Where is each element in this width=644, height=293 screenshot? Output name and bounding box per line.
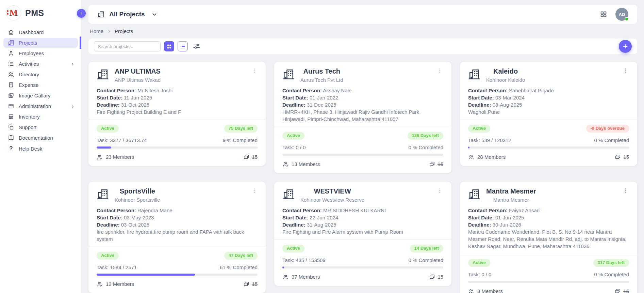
project-details: Contact Person: Faiyaz Ansari Start Date… bbox=[468, 207, 629, 250]
sidebar-item-help-desk[interactable]: ?Help Desk bbox=[3, 143, 78, 154]
chat-button[interactable]: 15 bbox=[614, 288, 629, 293]
chat-count: 15 bbox=[437, 161, 443, 167]
online-status-dot bbox=[625, 17, 629, 21]
project-card[interactable]: ANP ULTIMAS ANP Ultimas Wakad Contact Pe… bbox=[88, 62, 266, 166]
contact-value: Akshay Nale bbox=[323, 88, 351, 93]
members: 12 Members bbox=[97, 281, 134, 287]
contact-label: Contact Person: bbox=[468, 207, 508, 213]
sidebar-item-label: Support bbox=[19, 124, 37, 130]
days-left-badge: 136 Days left bbox=[408, 132, 444, 140]
avatar[interactable]: AD bbox=[615, 8, 628, 21]
sidebar-item-documentation[interactable]: Documentation bbox=[3, 133, 78, 143]
card-menu-button[interactable] bbox=[251, 187, 258, 194]
contact-value: Mr Nitesh Joshi bbox=[137, 88, 172, 93]
chat-button[interactable]: 15 bbox=[429, 274, 443, 280]
project-selector[interactable]: All Projects bbox=[97, 11, 158, 18]
task-count: Task: 435 / 153509 bbox=[282, 257, 326, 263]
project-card[interactable]: Kaleido Kohinoor Kaleido Contact Person:… bbox=[460, 62, 637, 166]
project-title: Mantra Mesmer bbox=[486, 187, 536, 195]
project-card[interactable]: Aurus Tech Aurus Tech Pvt Ltd Contact Pe… bbox=[274, 62, 451, 173]
status-badge: Active bbox=[97, 252, 119, 260]
card-menu-button[interactable] bbox=[622, 67, 629, 74]
home-icon bbox=[8, 29, 14, 35]
sidebar-item-label: Image Gallary bbox=[19, 93, 50, 98]
search-input[interactable] bbox=[94, 41, 161, 51]
card-titles: WESTVIEW Kohinoor Westview Reserve bbox=[300, 187, 364, 203]
list-view-icon bbox=[180, 44, 186, 49]
chat-button[interactable]: 15 bbox=[429, 161, 443, 168]
task-count: Task: 1584 / 2571 bbox=[97, 264, 137, 270]
project-title: SportsVille bbox=[120, 187, 155, 195]
sidebar-item-projects[interactable]: Projects bbox=[3, 38, 78, 48]
chat-icon bbox=[429, 161, 435, 168]
apps-grid-icon[interactable] bbox=[600, 11, 607, 18]
start-date-row: Start Date: 01-Jan-2022 bbox=[282, 94, 443, 101]
project-card[interactable]: WESTVIEW Kohinoor Westview Reserve Conta… bbox=[274, 182, 451, 286]
sidebar-item-image-gallary[interactable]: Image Gallary bbox=[3, 91, 78, 101]
sidebar-item-expense[interactable]: Expense bbox=[3, 80, 78, 90]
chat-button[interactable]: 15 bbox=[614, 154, 629, 160]
breadcrumb-home[interactable]: Home bbox=[90, 28, 103, 34]
task-count: Task: 0 / 0 bbox=[468, 272, 491, 277]
project-title: WESTVIEW bbox=[314, 187, 351, 195]
start-date-label: Start Date: bbox=[282, 215, 308, 220]
card-menu-button[interactable] bbox=[622, 187, 629, 194]
progress-bar bbox=[97, 146, 258, 149]
project-card[interactable]: Mantra Mesmer Mantra Mesmer Contact Pers… bbox=[460, 182, 637, 293]
status-badge: Active bbox=[468, 259, 490, 267]
grid-view-button[interactable] bbox=[164, 41, 174, 51]
app-title: PMS bbox=[25, 8, 44, 18]
card-titles: ANP ULTIMAS ANP Ultimas Wakad bbox=[115, 67, 161, 83]
contact-row: Contact Person: Mr Nitesh Joshi bbox=[97, 87, 258, 94]
sidebar-item-administration[interactable]: Administration› bbox=[3, 101, 78, 111]
chat-button[interactable]: 15 bbox=[243, 281, 258, 288]
project-card[interactable]: SportsVille Kohinoor Sportsville Contact… bbox=[88, 182, 266, 293]
contact-row: Contact Person: Rajendra Mane bbox=[97, 207, 258, 214]
members-count: 37 Members bbox=[292, 274, 320, 280]
start-date-value: 01-Jan-2022 bbox=[310, 95, 338, 101]
sidebar-item-activities[interactable]: Activities› bbox=[3, 59, 78, 69]
contact-label: Contact Person: bbox=[282, 207, 322, 213]
project-details: Contact Person: Akshay Nale Start Date: … bbox=[282, 87, 443, 123]
card-footer: 12 Members 15 bbox=[97, 281, 258, 288]
contact-row: Contact Person: Akshay Nale bbox=[282, 87, 443, 94]
card-menu-button[interactable] bbox=[251, 67, 258, 74]
project-details: Contact Person: Rajendra Mane Start Date… bbox=[97, 207, 258, 243]
topbar-right: AD bbox=[600, 8, 628, 21]
start-date-label: Start Date: bbox=[97, 215, 122, 220]
toolbar: + bbox=[88, 38, 637, 54]
chat-button[interactable]: 15 bbox=[243, 154, 258, 160]
person-icon bbox=[8, 50, 14, 57]
deadline-label: Deadline: bbox=[97, 222, 120, 228]
sidebar-item-inventory[interactable]: Inventory bbox=[3, 112, 78, 122]
list-view-button[interactable] bbox=[178, 41, 188, 51]
project-description: Wagholi,Pune bbox=[468, 108, 629, 115]
breadcrumb-current: Projects bbox=[115, 28, 133, 34]
filter-sliders-icon[interactable] bbox=[193, 42, 201, 50]
sidebar-item-employees[interactable]: Employees bbox=[3, 48, 78, 58]
add-project-button[interactable]: + bbox=[619, 40, 632, 53]
deadline-label: Deadline: bbox=[468, 102, 491, 108]
sidebar-collapse-button[interactable]: ‹ bbox=[77, 9, 86, 18]
card-header: ANP ULTIMAS ANP Ultimas Wakad bbox=[97, 67, 258, 83]
main-content: All Projects AD Home Projects + bbox=[82, 0, 644, 293]
start-date-value: 11-Jun-2025 bbox=[124, 95, 152, 101]
start-date-row: Start Date: 03-Mar-2024 bbox=[468, 94, 629, 101]
start-date-row: Start Date: 22-Jun-2024 bbox=[282, 214, 443, 221]
status-badge: Active bbox=[282, 132, 304, 140]
people-icon bbox=[282, 274, 288, 280]
sidebar-item-support[interactable]: Support bbox=[3, 122, 78, 132]
progress-fill bbox=[468, 146, 469, 149]
start-date-label: Start Date: bbox=[468, 95, 494, 101]
progress-bar bbox=[468, 281, 629, 283]
card-menu-button[interactable] bbox=[436, 67, 443, 74]
project-card-grid: ANP ULTIMAS ANP Ultimas Wakad Contact Pe… bbox=[88, 62, 637, 293]
building-icon bbox=[468, 68, 480, 80]
sidebar-item-directory[interactable]: Directory bbox=[3, 70, 78, 79]
card-menu-button[interactable] bbox=[436, 187, 443, 194]
deadline-row: Deadline: 03-Oct-2025 bbox=[97, 221, 258, 228]
project-subtitle: Kohinoor Kaleido bbox=[486, 77, 525, 83]
sidebar-item-label: Activities bbox=[19, 61, 39, 67]
task-count: Task: 0 / 0 bbox=[282, 144, 306, 150]
sidebar-item-dashboard[interactable]: Dashboard bbox=[3, 27, 78, 37]
